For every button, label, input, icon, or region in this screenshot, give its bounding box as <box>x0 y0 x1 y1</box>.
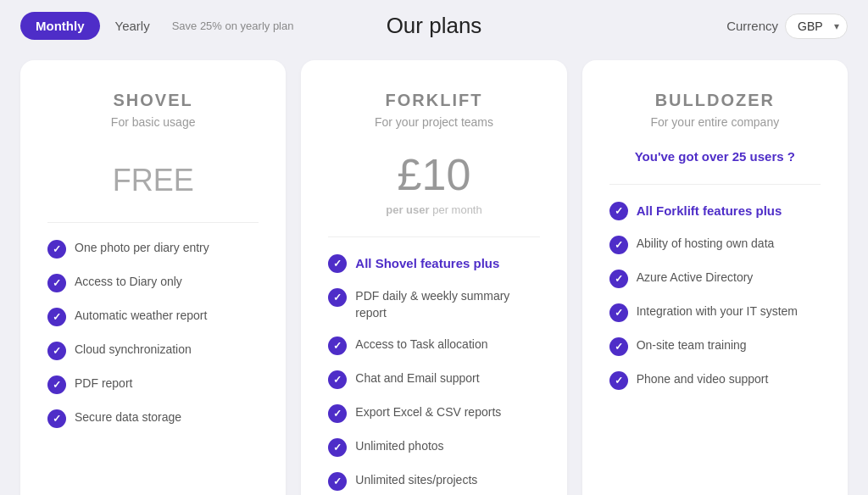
divider <box>328 236 539 237</box>
feature-text: All Forklift features plus <box>637 202 782 220</box>
feature-text: Access to Task allocation <box>355 336 487 353</box>
feature-text: Export Excel & CSV reports <box>355 404 501 421</box>
check-icon <box>47 342 66 360</box>
check-icon <box>328 438 347 457</box>
over-25-text: You've got over 25 users ? <box>609 149 821 164</box>
plan-name: SHOVEL <box>47 91 259 110</box>
feature-text: Unlimited sites/projects <box>355 472 477 489</box>
plan-price-note: per user per month <box>328 203 539 216</box>
billing-toggle: Monthly Yearly Save 25% on yearly plan <box>20 12 293 40</box>
feature-text: One photo per diary entry <box>75 240 209 257</box>
feature-text: Access to Diary only <box>75 274 182 291</box>
divider <box>47 222 259 223</box>
plan-desc: For basic usage <box>47 115 259 129</box>
feature-item: Cloud synchronization <box>47 342 259 360</box>
check-icon <box>47 240 66 259</box>
feature-item: Chat and Email support <box>328 370 539 389</box>
plan-price: FREE <box>47 149 259 215</box>
check-icon <box>47 409 66 428</box>
feature-text: All Shovel features plus <box>355 254 499 272</box>
feature-item: Secure data storage <box>47 409 259 428</box>
feature-text: Unlimited photos <box>355 438 443 455</box>
check-icon <box>328 288 347 307</box>
feature-item: All Forklift features plus <box>609 202 821 220</box>
currency-wrapper: GBP USD EUR <box>785 14 848 39</box>
plan-desc: For your entire company <box>609 115 821 129</box>
currency-group: Currency GBP USD EUR <box>726 14 848 39</box>
plans-container: SHOVEL For basic usage FREE One photo pe… <box>0 52 868 495</box>
plan-price: £10 <box>328 149 539 200</box>
feature-text: Automatic weather report <box>75 308 207 325</box>
top-bar: Monthly Yearly Save 25% on yearly plan O… <box>0 0 868 52</box>
check-icon <box>328 254 347 273</box>
feature-item: Export Excel & CSV reports <box>328 404 539 423</box>
page-title: Our plans <box>387 13 482 39</box>
currency-label: Currency <box>726 19 778 33</box>
feature-list: One photo per diary entry Access to Diar… <box>47 240 259 428</box>
feature-item: Ability of hosting own data <box>609 236 821 254</box>
feature-text: PDF report <box>75 375 132 392</box>
check-icon <box>47 375 66 394</box>
currency-select[interactable]: GBP USD EUR <box>785 14 848 39</box>
plan-card-forklift: FORKLIFT For your project teams £10per u… <box>301 60 566 495</box>
feature-item: Phone and video support <box>609 371 821 390</box>
feature-text: Integration with your IT system <box>637 303 798 320</box>
feature-list: All Forklift features plus Ability of ho… <box>609 202 821 390</box>
plan-card-shovel: SHOVEL For basic usage FREE One photo pe… <box>20 60 286 495</box>
check-icon <box>328 472 347 491</box>
check-icon <box>609 270 628 288</box>
divider <box>609 184 821 185</box>
feature-text: Cloud synchronization <box>75 342 192 359</box>
plan-desc: For your project teams <box>328 115 539 129</box>
feature-text: PDF daily & weekly summary report <box>355 288 539 321</box>
feature-text: Chat and Email support <box>355 370 479 387</box>
check-icon <box>609 202 628 220</box>
feature-item: Access to Diary only <box>47 274 259 292</box>
check-icon <box>328 336 347 355</box>
feature-item: PDF daily & weekly summary report <box>328 288 539 321</box>
plan-card-bulldozer: BULLDOZER For your entire company You've… <box>582 60 848 495</box>
feature-item: On-site team training <box>609 337 821 356</box>
check-icon <box>328 370 347 389</box>
feature-item: Automatic weather report <box>47 308 259 326</box>
feature-item: One photo per diary entry <box>47 240 259 259</box>
feature-list: All Shovel features plus PDF daily & wee… <box>328 254 539 491</box>
check-icon <box>328 404 347 423</box>
feature-item: Access to Task allocation <box>328 336 539 355</box>
feature-item: Azure Active Directory <box>609 270 821 288</box>
feature-text: On-site team training <box>637 337 747 354</box>
check-icon <box>609 303 628 322</box>
feature-text: Secure data storage <box>75 409 181 426</box>
plan-name: FORKLIFT <box>328 91 539 110</box>
yearly-button[interactable]: Yearly <box>103 12 162 40</box>
feature-item: PDF report <box>47 375 259 394</box>
save-badge: Save 25% on yearly plan <box>172 19 294 32</box>
check-icon <box>609 236 628 254</box>
feature-text: Phone and video support <box>637 371 769 388</box>
feature-item: Integration with your IT system <box>609 303 821 322</box>
plan-name: BULLDOZER <box>609 91 821 110</box>
monthly-button[interactable]: Monthly <box>20 12 100 40</box>
feature-text: Ability of hosting own data <box>637 236 775 253</box>
feature-text: Azure Active Directory <box>637 270 754 286</box>
check-icon <box>47 308 66 326</box>
check-icon <box>47 274 66 292</box>
check-icon <box>609 337 628 356</box>
feature-item: Unlimited photos <box>328 438 539 457</box>
check-icon <box>609 371 628 390</box>
feature-item: All Shovel features plus <box>328 254 539 273</box>
feature-item: Unlimited sites/projects <box>328 472 539 491</box>
